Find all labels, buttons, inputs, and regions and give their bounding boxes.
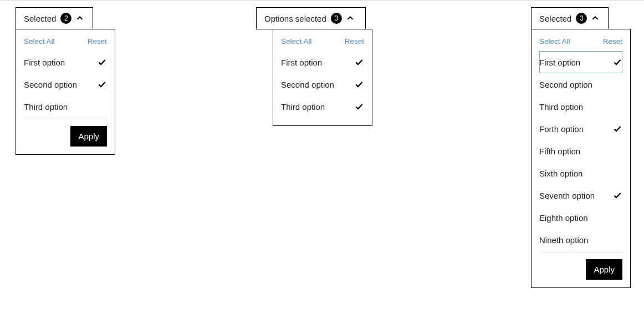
option-label: Eighth option bbox=[539, 213, 588, 223]
check-icon bbox=[354, 79, 364, 89]
option-row[interactable]: Third option bbox=[539, 95, 622, 118]
apply-row: Apply bbox=[539, 259, 622, 280]
option-row[interactable]: Seventh option bbox=[539, 184, 622, 206]
divider bbox=[539, 252, 622, 253]
check-icon bbox=[612, 79, 622, 89]
dropdown-2-top-links: Select All Reset bbox=[281, 37, 364, 46]
option-label: Nineth option bbox=[539, 235, 588, 245]
select-all-link[interactable]: Select All bbox=[24, 37, 55, 46]
option-label: Seventh option bbox=[539, 191, 595, 200]
option-label: Second option bbox=[281, 80, 334, 89]
option-row[interactable]: Third option bbox=[24, 95, 107, 118]
chevron-up-icon bbox=[591, 14, 599, 22]
check-icon bbox=[612, 235, 622, 245]
option-row[interactable]: First option bbox=[24, 51, 107, 73]
option-row[interactable]: Second option bbox=[281, 73, 364, 95]
option-row[interactable]: First option bbox=[281, 51, 364, 73]
check-icon bbox=[97, 102, 107, 112]
check-icon bbox=[612, 190, 622, 200]
check-icon bbox=[612, 102, 622, 112]
reset-link[interactable]: Reset bbox=[88, 37, 107, 46]
option-label: First option bbox=[539, 58, 580, 67]
option-label: Third option bbox=[281, 102, 325, 112]
check-icon bbox=[97, 57, 107, 67]
dropdown-3-top-links: Select All Reset bbox=[539, 37, 622, 46]
option-label: Forth option bbox=[539, 124, 584, 134]
reset-link[interactable]: Reset bbox=[603, 37, 622, 46]
dropdown-1-options: First optionSecond optionThird option bbox=[24, 51, 107, 118]
option-label: Sixth option bbox=[539, 169, 582, 178]
chevron-up-icon bbox=[346, 14, 354, 22]
option-label: Third option bbox=[539, 102, 583, 112]
dropdown-1-header[interactable]: Selected 2 bbox=[16, 7, 93, 29]
dropdown-3-header[interactable]: Selected 3 bbox=[531, 7, 609, 29]
option-label: First option bbox=[281, 58, 322, 67]
option-label: Second option bbox=[24, 80, 77, 89]
dropdown-2-count-badge: 3 bbox=[331, 13, 342, 24]
option-label: Second option bbox=[539, 80, 592, 89]
option-label: Third option bbox=[24, 102, 68, 112]
dropdown-1-count-badge: 2 bbox=[60, 13, 71, 24]
option-row[interactable]: First option bbox=[539, 51, 622, 73]
dropdown-2-label: Options selected bbox=[264, 14, 326, 23]
option-label: First option bbox=[24, 58, 65, 67]
apply-button[interactable]: Apply bbox=[586, 259, 622, 280]
option-row[interactable]: Sixth option bbox=[539, 162, 622, 184]
dropdown-2-options: First optionSecond optionThird option bbox=[281, 51, 364, 118]
divider bbox=[24, 119, 107, 119]
option-row[interactable]: Nineth option bbox=[539, 229, 622, 251]
apply-button[interactable]: Apply bbox=[70, 126, 107, 147]
dropdown-1-top-links: Select All Reset bbox=[24, 37, 107, 46]
option-row[interactable]: Third option bbox=[281, 95, 364, 118]
dropdown-3-count-badge: 3 bbox=[576, 13, 587, 24]
check-icon bbox=[97, 79, 107, 89]
dropdown-3-options: First optionSecond optionThird optionFor… bbox=[539, 51, 622, 251]
check-icon bbox=[612, 146, 622, 156]
option-row[interactable]: Fifth option bbox=[539, 140, 622, 162]
dropdown-1-panel: Select All Reset First optionSecond opti… bbox=[16, 29, 115, 155]
option-label: Fifth option bbox=[539, 147, 580, 156]
dropdown-2-panel: Select All Reset First optionSecond opti… bbox=[273, 29, 372, 126]
check-icon bbox=[354, 102, 364, 112]
dropdown-3: Selected 3 Select All Reset First option… bbox=[531, 7, 631, 288]
chevron-up-icon bbox=[76, 14, 84, 22]
option-row[interactable]: Eighth option bbox=[539, 206, 622, 229]
reset-link[interactable]: Reset bbox=[345, 37, 364, 46]
select-all-link[interactable]: Select All bbox=[281, 37, 312, 46]
dropdown-1: Selected 2 Select All Reset First option… bbox=[16, 7, 115, 155]
select-all-link[interactable]: Select All bbox=[539, 37, 570, 46]
option-row[interactable]: Second option bbox=[539, 73, 622, 95]
dropdown-3-panel: Select All Reset First optionSecond opti… bbox=[531, 29, 631, 288]
check-icon bbox=[612, 124, 622, 134]
check-icon bbox=[612, 168, 622, 178]
option-row[interactable]: Second option bbox=[24, 73, 107, 95]
check-icon bbox=[612, 57, 622, 67]
dropdown-1-label: Selected bbox=[24, 14, 56, 23]
dropdown-2: Options selected 3 Select All Reset Firs… bbox=[256, 7, 372, 126]
dropdown-3-label: Selected bbox=[539, 14, 571, 23]
check-icon bbox=[612, 213, 622, 223]
check-icon bbox=[354, 57, 364, 67]
dropdown-2-header[interactable]: Options selected 3 bbox=[256, 7, 366, 29]
apply-row: Apply bbox=[24, 126, 107, 147]
option-row[interactable]: Forth option bbox=[539, 118, 622, 140]
